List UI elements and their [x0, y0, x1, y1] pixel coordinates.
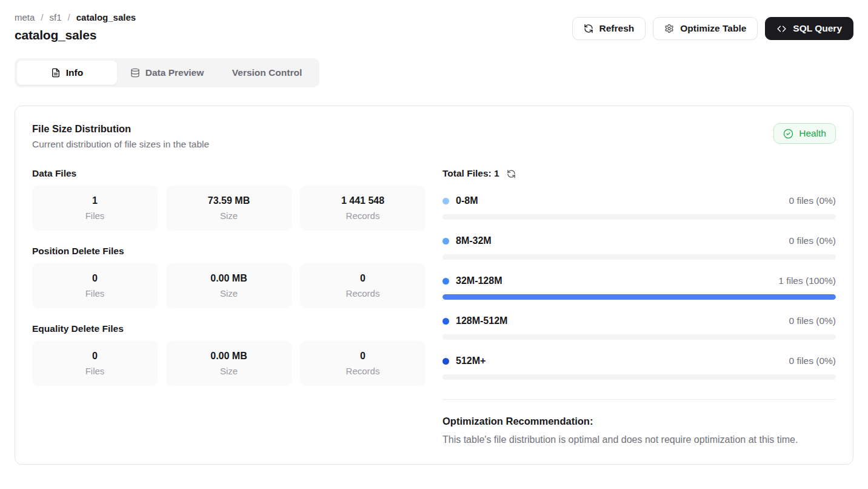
distribution-column: Total Files: 1 0-8M 0 files (0%) 8M-32M [442, 168, 836, 447]
distribution-row-0-8m: 0-8M 0 files (0%) [442, 195, 836, 220]
optimize-table-button[interactable]: Optimize Table [653, 17, 758, 40]
stat-box: 0 Records [300, 263, 426, 308]
breadcrumb-item-catalog[interactable]: meta [15, 12, 35, 22]
bucket-dot [442, 238, 449, 244]
stat-label: Records [306, 288, 419, 298]
sql-query-button-label: SQL Query [793, 23, 842, 34]
sql-query-button[interactable]: SQL Query [765, 17, 853, 40]
card-header: File Size Distribution Current distribut… [32, 123, 836, 150]
breadcrumb: meta / sf1 / catalog_sales [15, 12, 136, 22]
bucket-label: 32M-128M [456, 275, 502, 286]
distribution-header: Total Files: 1 [442, 168, 836, 179]
bucket-progress-bar [442, 294, 836, 300]
tab-bar: Info Data Preview Version Control [15, 58, 319, 87]
file-size-distribution-card: File Size Distribution Current distribut… [15, 106, 853, 465]
stat-value: 0 [38, 351, 152, 362]
stat-box: 0.00 MB Size [166, 341, 292, 386]
stat-grid: 0 Files 0.00 MB Size 0 Records [32, 263, 426, 308]
stat-label: Size [172, 366, 285, 376]
file-text-icon [51, 68, 61, 78]
stat-box: 0 Files [32, 341, 158, 386]
gear-icon [664, 24, 674, 33]
tab-version-control[interactable]: Version Control [217, 61, 317, 85]
tab-info[interactable]: Info [17, 61, 117, 85]
refresh-button-label: Refresh [599, 23, 635, 34]
tab-data-preview-label: Data Preview [145, 67, 204, 78]
tab-data-preview[interactable]: Data Preview [117, 61, 217, 85]
section-title: Equality Delete Files [32, 323, 426, 334]
data-files-section: Data Files 1 Files 73.59 MB Size 1 441 5… [32, 168, 426, 231]
recommendation-title: Optimization Recommendation: [442, 416, 836, 427]
stat-value: 0.00 MB [172, 273, 285, 284]
bucket-progress-fill [442, 294, 836, 300]
bucket-dot [442, 198, 449, 204]
equality-delete-files-section: Equality Delete Files 0 Files 0.00 MB Si… [32, 323, 426, 386]
stat-box: 0.00 MB Size [166, 263, 292, 308]
bucket-files-text: 0 files (0%) [789, 356, 836, 366]
bucket-label: 0-8M [456, 195, 478, 206]
stat-box: 0 Files [32, 263, 158, 308]
bucket-label: 8M-32M [456, 235, 492, 246]
distribution-row-8m-32m: 8M-32M 0 files (0%) [442, 235, 836, 260]
header-left: meta / sf1 / catalog_sales catalog_sales [15, 12, 136, 42]
bucket-dot [442, 358, 449, 365]
bucket-files-text: 1 files (100%) [778, 275, 836, 286]
stat-label: Files [38, 366, 152, 376]
stat-box: 1 Files [32, 186, 158, 231]
check-circle-icon [783, 129, 793, 139]
bucket-progress-bar [442, 214, 836, 220]
tab-version-control-label: Version Control [232, 67, 302, 78]
card-subtitle: Current distribution of file sizes in th… [32, 139, 209, 150]
stat-value: 1 [38, 195, 152, 206]
divider [442, 399, 836, 400]
card-header-text: File Size Distribution Current distribut… [32, 123, 209, 150]
stat-value: 0 [38, 273, 152, 284]
stat-value: 73.59 MB [172, 195, 285, 206]
recommendation-text: This table's file distribution is optima… [442, 433, 830, 447]
section-title: Data Files [32, 168, 426, 179]
file-stats-column: Data Files 1 Files 73.59 MB Size 1 441 5… [32, 168, 426, 447]
card-title: File Size Distribution [32, 123, 209, 135]
stat-box: 73.59 MB Size [166, 186, 292, 231]
stat-value: 0 [306, 273, 419, 284]
bucket-progress-bar [442, 254, 836, 260]
bucket-progress-bar [442, 334, 836, 340]
page-title: catalog_sales [15, 28, 136, 42]
stat-grid: 0 Files 0.00 MB Size 0 Records [32, 341, 426, 386]
refresh-icon [584, 24, 593, 33]
refresh-distribution-icon[interactable] [507, 169, 516, 178]
stat-value: 0 [306, 351, 419, 362]
bucket-dot [442, 318, 449, 325]
bucket-dot [442, 278, 449, 285]
breadcrumb-separator: / [41, 12, 43, 22]
card-body: Data Files 1 Files 73.59 MB Size 1 441 5… [32, 168, 836, 447]
breadcrumb-item-namespace[interactable]: sf1 [50, 12, 62, 22]
stat-label: Records [306, 366, 419, 376]
stat-label: Size [172, 288, 285, 298]
bucket-files-text: 0 files (0%) [789, 195, 836, 206]
stat-grid: 1 Files 73.59 MB Size 1 441 548 Records [32, 186, 426, 231]
refresh-button[interactable]: Refresh [572, 17, 646, 40]
breadcrumb-separator: / [68, 12, 70, 22]
health-badge[interactable]: Health [773, 123, 836, 144]
section-title: Position Delete Files [32, 246, 426, 257]
stat-box: 0 Records [300, 341, 426, 386]
optimize-table-button-label: Optimize Table [680, 23, 746, 34]
stat-label: Files [38, 288, 152, 298]
page-header: meta / sf1 / catalog_sales catalog_sales… [15, 12, 853, 42]
stat-label: Records [306, 211, 419, 221]
bucket-files-text: 0 files (0%) [789, 315, 836, 326]
bucket-label: 128M-512M [456, 315, 507, 326]
distribution-row-32m-128m: 32M-128M 1 files (100%) [442, 275, 836, 300]
bucket-progress-bar [442, 374, 836, 380]
stat-value: 0.00 MB [172, 351, 285, 362]
header-actions: Refresh Optimize Table SQL Query [572, 17, 854, 40]
stat-value: 1 441 548 [306, 195, 419, 206]
bucket-label: 512M+ [456, 356, 486, 366]
total-files-label: Total Files: 1 [442, 168, 499, 179]
distribution-row-512m-plus: 512M+ 0 files (0%) [442, 356, 836, 380]
bucket-files-text: 0 files (0%) [789, 235, 836, 246]
page-root: meta / sf1 / catalog_sales catalog_sales… [0, 0, 868, 477]
stat-label: Files [38, 211, 152, 221]
distribution-row-128m-512m: 128M-512M 0 files (0%) [442, 315, 836, 340]
